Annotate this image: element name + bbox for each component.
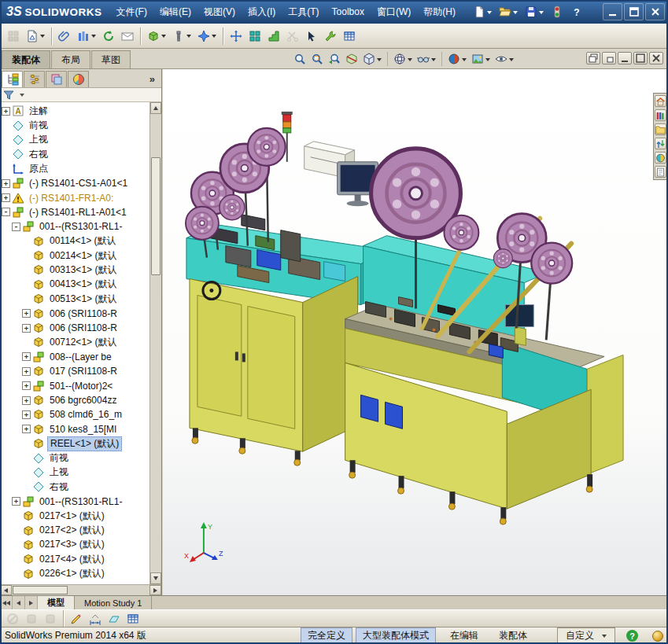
commandmanager-tab[interactable]: 装配体 [2,50,50,68]
pack-and-go-button[interactable] [119,27,136,46]
zoom-to-area-button[interactable] [309,50,325,68]
save-document-button[interactable] [522,3,547,20]
tree-item[interactable]: -(-) RS1401-RL1-A01<1 [0,205,149,219]
featuremanager-tab[interactable] [2,71,23,87]
tree-item[interactable]: 原点 [0,162,149,176]
expand-icon[interactable]: + [22,352,31,361]
tree-item[interactable]: +008--(Layer be [0,350,149,364]
apply-scene-button[interactable] [470,50,492,68]
hide-show-items-button[interactable] [415,50,437,68]
tab-nav-next-button[interactable] [25,596,38,609]
doc-restore-button[interactable] [586,52,600,64]
smart-fasteners-button[interactable] [170,27,194,46]
collapse-icon[interactable]: - [2,208,10,216]
make-drawing-button[interactable] [24,27,47,46]
tree-item[interactable]: 右视 [0,147,149,161]
expand-icon[interactable]: + [22,381,31,390]
linear-pattern-button[interactable] [246,27,264,46]
menu-item[interactable]: 视图(V) [197,0,242,24]
tree-item[interactable]: +A注解 [0,104,149,118]
assembly-tools-button[interactable] [322,27,339,46]
custom-toolbar-dropdown[interactable]: 自定义 [557,627,615,644]
hide-show-items-button-dropdown-icon[interactable] [430,53,436,64]
menu-item[interactable]: 编辑(E) [153,0,197,24]
new-motion-study-button-dropdown-icon[interactable] [210,31,216,42]
reference-plane-button[interactable] [105,609,123,628]
menu-item[interactable]: 窗口(W) [371,0,417,24]
tree-item[interactable]: 0217<1> (默认) [0,509,149,523]
tree-item[interactable]: 前视 [0,118,149,132]
expand-icon[interactable]: + [22,410,31,419]
tree-item[interactable]: 前视 [0,451,149,465]
display-style-button-dropdown-icon[interactable] [406,53,412,64]
scroll-thumb[interactable] [151,157,161,275]
tree-item[interactable]: +(-) RS1401-CS1-A01<1 [0,176,149,190]
expand-icon[interactable]: + [2,107,10,116]
view-orientation-button-dropdown-icon[interactable] [375,53,382,64]
filter-dropdown-icon[interactable] [20,94,24,97]
rebuild-button[interactable] [100,27,117,46]
scroll-right-button[interactable] [149,585,161,595]
propertymanager-tab[interactable] [24,71,45,87]
tree-item[interactable]: +001--(RS1301-RL1- [0,495,149,509]
taskpane-appearances-tab[interactable] [655,152,666,164]
appearances-tab[interactable] [68,71,89,87]
tree-item[interactable]: 00513<1> (默认 [0,292,149,306]
expand-icon[interactable]: + [22,309,31,318]
design-table-button[interactable] [341,27,358,46]
close-button[interactable] [645,3,665,20]
make-drawing-button-dropdown-icon[interactable] [39,31,45,42]
select-button[interactable] [303,27,320,46]
minimize-button[interactable] [603,3,622,20]
component-pattern-button[interactable] [75,27,98,46]
connection-status-icon[interactable] [548,3,567,20]
tree-item[interactable]: 00313<1> (默认 [0,263,149,277]
save-document-button-dropdown-icon[interactable] [537,6,544,17]
expand-icon[interactable]: + [22,324,31,333]
tree-item[interactable]: 上视 [0,133,149,147]
expand-icon[interactable]: + [2,179,10,188]
edit-appearance-button-dropdown-icon[interactable] [460,53,467,64]
apply-scene-button-dropdown-icon[interactable] [484,53,490,64]
design-table-bottom-button[interactable] [124,609,142,628]
view-settings-button-dropdown-icon[interactable] [507,53,514,64]
help-status-icon[interactable]: ? [626,630,638,642]
expand-icon[interactable]: + [22,396,31,405]
taskpane-resources-tab[interactable] [655,95,666,107]
sketch-button[interactable] [68,609,85,628]
doc-minimize-button[interactable] [618,52,632,64]
move-component-button[interactable] [227,27,245,46]
tree-item[interactable]: 00114<1> (默认 [0,234,149,248]
graphics-viewport[interactable]: Y X Z [163,69,668,595]
maximize-button[interactable] [624,3,644,20]
exploded-view-button[interactable] [265,27,282,46]
open-document-button[interactable] [496,3,521,20]
panel-overflow-button[interactable]: » [149,73,160,87]
scroll-up-button[interactable] [150,102,161,114]
tab-nav-prev-button[interactable] [13,596,25,609]
tree-item[interactable]: +506 bgrc6004zz [0,393,149,407]
section-view-button[interactable] [344,50,360,68]
insert-component-button[interactable] [145,27,168,46]
tree-item[interactable]: +501--(Motor)2< [0,378,149,392]
taskpane-file-explorer-tab[interactable] [655,123,666,135]
tree-horizontal-scrollbar[interactable] [0,584,161,595]
tree-item[interactable]: 00712<1> (默认 [0,335,149,349]
scroll-left-button[interactable] [0,585,12,595]
doc-float-button[interactable] [602,52,616,64]
tree-item[interactable]: +006 (SRI1108-R [0,321,149,335]
new-motion-study-button[interactable] [195,27,219,46]
tree-item[interactable]: -001--(RS1301-RL1- [0,219,149,234]
view-orientation-button[interactable] [361,50,383,68]
insert-component-button-dropdown-icon[interactable] [160,31,166,42]
display-style-button[interactable] [392,50,414,68]
hscroll-thumb[interactable] [13,586,68,594]
tree-item[interactable]: +017 (SRI1108-R [0,364,149,378]
expand-icon[interactable]: + [22,425,31,433]
menu-item[interactable]: 插入(I) [242,0,282,24]
taskpane-view-palette-tab[interactable] [655,138,666,149]
tree-item[interactable]: 0217<3> (默认) [0,538,149,552]
doc-maximize-button[interactable] [633,52,648,64]
mate-button[interactable] [56,27,73,46]
menu-item[interactable]: 文件(F) [110,0,153,24]
